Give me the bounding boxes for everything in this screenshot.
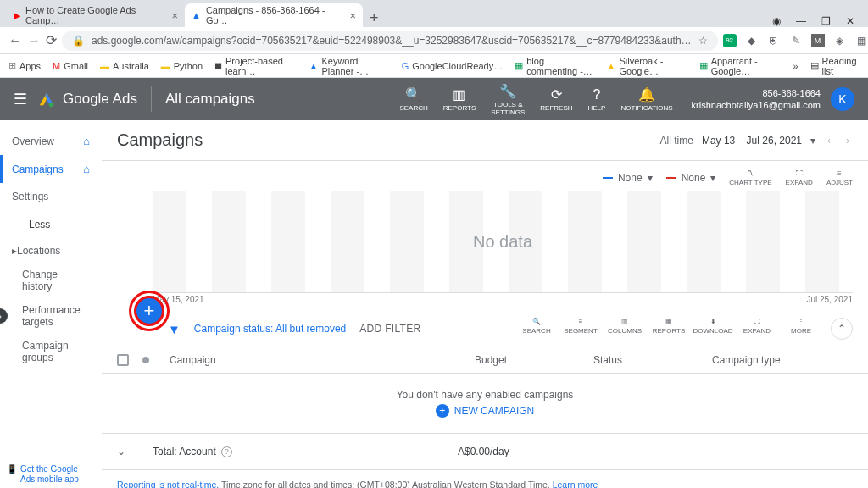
- select-all-checkbox[interactable]: [117, 354, 129, 366]
- filter-chip[interactable]: Campaign status: All but removed: [194, 323, 346, 335]
- chart-icon: 〽: [747, 169, 754, 177]
- refresh-tool[interactable]: ⟳REFRESH: [533, 86, 579, 112]
- ads-header: ☰ Google Ads All campaigns 🔍SEARCH ▥REPO…: [0, 78, 868, 120]
- header-title: All campaigns: [165, 91, 255, 108]
- ext-icon[interactable]: ◆: [745, 34, 759, 47]
- chevron-down-icon[interactable]: ⌄: [117, 446, 125, 458]
- ext-icon[interactable]: ▦: [855, 34, 868, 47]
- refresh-icon: ⟳: [551, 86, 562, 103]
- close-icon[interactable]: ×: [171, 9, 178, 22]
- bookmark[interactable]: ▲Keyword Planner -…: [309, 56, 390, 76]
- search-tool[interactable]: 🔍SEARCH: [392, 86, 434, 112]
- table-search[interactable]: 🔍SEARCH: [517, 318, 556, 335]
- gmail-bookmark[interactable]: MGmail: [53, 61, 88, 71]
- collapse-button[interactable]: ⌃: [831, 318, 853, 340]
- account-dot-icon[interactable]: ◉: [772, 15, 781, 27]
- sidebar-item-performance[interactable]: ›Performance targets: [0, 298, 102, 334]
- reporting-link[interactable]: Reporting is not real-time.: [117, 480, 219, 488]
- tab-campaigns[interactable]: ▲ Campaigns - 856-368-1664 - Go… ×: [185, 3, 363, 27]
- google-ads-logo[interactable]: Google Ads: [37, 90, 137, 108]
- new-campaign-fab[interactable]: +: [134, 296, 164, 326]
- shield-icon[interactable]: ⛨: [767, 34, 781, 47]
- col-campaign[interactable]: Campaign: [170, 354, 475, 366]
- sidebar-item-settings[interactable]: Settings: [0, 183, 102, 210]
- close-icon[interactable]: ×: [349, 9, 356, 22]
- mobile-app-promo[interactable]: 📱 Get the Google Ads mobile app: [7, 464, 83, 485]
- back-icon[interactable]: ←: [8, 33, 22, 48]
- forward-icon[interactable]: →: [27, 33, 41, 48]
- maximize-icon[interactable]: ❐: [821, 15, 831, 27]
- pen-icon[interactable]: ✎: [789, 34, 803, 47]
- apps-bookmark[interactable]: ⊞Apps: [8, 60, 41, 71]
- star-icon[interactable]: ☆: [698, 35, 708, 47]
- ext-badge-icon[interactable]: 92: [723, 34, 737, 47]
- chevron-icon[interactable]: ›: [0, 308, 8, 324]
- folder-bookmark[interactable]: ▬Australia: [100, 61, 149, 71]
- info-icon[interactable]: ?: [221, 446, 232, 458]
- close-window-icon[interactable]: ✕: [846, 15, 854, 27]
- more-bookmarks-icon[interactable]: »: [793, 61, 798, 71]
- ads-icon: ▲: [192, 10, 201, 20]
- youtube-icon: ▶: [14, 10, 20, 21]
- tools-settings[interactable]: 🔧TOOLS & SETTINGS: [484, 83, 531, 116]
- notifications-tool[interactable]: 🔔NOTIFICATIONS: [614, 86, 679, 112]
- prev-icon[interactable]: ‹: [824, 135, 834, 147]
- legend-blue[interactable]: None▾: [603, 172, 653, 184]
- bookmark[interactable]: ▦blog commenting -…: [515, 56, 594, 76]
- empty-text: You don't have any enabled campaigns: [117, 389, 853, 401]
- user-avatar[interactable]: K: [831, 87, 854, 111]
- footer: Reporting is not real-time. Time zone fo…: [102, 470, 868, 488]
- reload-icon[interactable]: ⟳: [46, 32, 57, 48]
- sidebar-item-change-history[interactable]: Change history: [0, 263, 102, 298]
- expand-button[interactable]: ⛶EXPAND: [786, 169, 813, 186]
- tab-youtube[interactable]: ▶ How to Create Google Ads Camp… ×: [7, 3, 185, 27]
- table-download[interactable]: ⬇DOWNLOAD: [693, 318, 732, 335]
- empty-state: You don't have any enabled campaigns +NE…: [102, 374, 868, 433]
- sidebar-item-campaigns[interactable]: Campaigns⌂: [0, 155, 102, 183]
- ext-icon[interactable]: ◈: [833, 34, 847, 47]
- legend-red[interactable]: None▾: [666, 172, 716, 184]
- phone-icon: 📱: [7, 464, 17, 474]
- next-icon[interactable]: ›: [843, 135, 853, 147]
- col-budget[interactable]: Budget: [475, 354, 593, 366]
- sidebar-less-toggle[interactable]: —Less: [0, 210, 102, 239]
- minimize-icon[interactable]: ―: [796, 15, 806, 27]
- bookmark[interactable]: ▲Silveroak - Google…: [607, 56, 687, 76]
- learn-more-link[interactable]: Learn more: [553, 480, 598, 488]
- table-more[interactable]: ⋮MORE: [782, 318, 821, 335]
- search-icon: 🔍: [405, 86, 422, 103]
- table-columns[interactable]: ▥COLUMNS: [605, 318, 644, 335]
- help-tool[interactable]: ?HELP: [581, 87, 613, 112]
- bookmark[interactable]: ◼Project-based learn…: [214, 56, 298, 76]
- new-tab-button[interactable]: +: [363, 9, 386, 27]
- col-status[interactable]: Status: [593, 354, 712, 366]
- brand-text: Google Ads: [63, 91, 137, 108]
- sidebar-item-groups[interactable]: Campaign groups: [0, 334, 102, 369]
- new-campaign-link[interactable]: +NEW CAMPAIGN: [436, 404, 534, 418]
- sidebar-item-locations[interactable]: ▸Locations: [0, 239, 102, 263]
- account-info[interactable]: 856-368-1664 krishnachotaliya16@gmail.co…: [692, 87, 821, 111]
- hamburger-icon[interactable]: ☰: [14, 90, 27, 108]
- main-content: Campaigns All time May 13 – Jul 26, 2021…: [102, 120, 868, 488]
- url-input[interactable]: 🔒 ads.google.com/aw/campaigns?ocid=70563…: [62, 30, 718, 51]
- more-icon: ⋮: [798, 318, 804, 325]
- segment-icon: ≡: [579, 318, 583, 325]
- adjust-button[interactable]: ≡ADJUST: [826, 169, 853, 186]
- mail-icon[interactable]: M: [811, 34, 825, 47]
- filter-icon[interactable]: ▼: [168, 322, 181, 336]
- table-segment[interactable]: ≡SEGMENT: [561, 318, 600, 335]
- col-type[interactable]: Campaign type: [712, 354, 853, 366]
- sidebar-item-overview[interactable]: Overview⌂: [0, 127, 102, 155]
- bookmark[interactable]: GGoogleCloudReady…: [402, 61, 504, 71]
- chart-type-button[interactable]: 〽CHART TYPE: [729, 169, 771, 186]
- table-expand[interactable]: ⛶EXPAND: [737, 318, 776, 335]
- bookmark[interactable]: ▦Apparrant - Google…: [699, 56, 782, 76]
- chevron-down-icon: ▾: [810, 135, 815, 147]
- bookmarks-bar: ⊞Apps MGmail ▬Australia ▬Python ◼Project…: [0, 54, 868, 78]
- reading-list[interactable]: ▤Reading list: [810, 56, 860, 76]
- date-range-picker[interactable]: All time May 13 – Jul 26, 2021 ▾ ‹ ›: [660, 135, 853, 147]
- folder-bookmark[interactable]: ▬Python: [161, 61, 203, 71]
- reports-tool[interactable]: ▥REPORTS: [437, 86, 483, 112]
- add-filter-button[interactable]: ADD FILTER: [359, 323, 420, 335]
- table-reports[interactable]: ▦REPORTS: [649, 318, 688, 335]
